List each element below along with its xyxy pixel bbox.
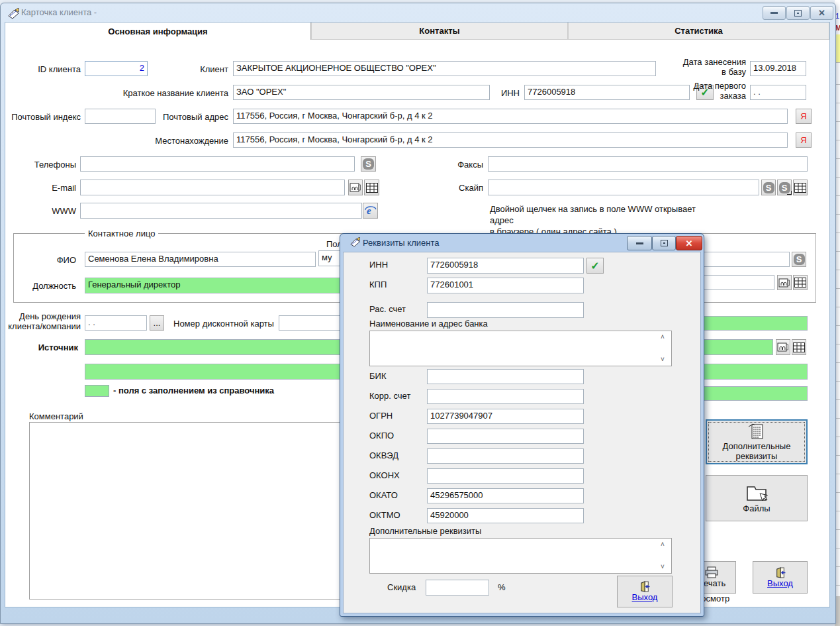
skype-list-button[interactable] — [793, 180, 808, 195]
postal-address-label: Почтовый адрес — [132, 112, 228, 122]
dlg-kpp-label: КПП — [369, 280, 387, 289]
inn-field[interactable]: 7726005918 — [524, 85, 690, 100]
phonebook-icon — [778, 277, 790, 289]
discount-card-label: Номер дисконтной карты — [173, 319, 274, 329]
comment-label: Комментарий — [29, 411, 83, 421]
dlg-okato-field[interactable]: 45296575000 — [427, 488, 584, 503]
dialog-exit-button[interactable]: Выход — [617, 576, 673, 607]
dlg-discount-label: Скидка — [387, 582, 416, 592]
dlg-discount-suffix: % — [498, 582, 506, 592]
dlg-corr-field[interactable] — [427, 389, 584, 404]
skype-field[interactable] — [488, 180, 759, 195]
dlg-oktmo-field[interactable]: 45920000 — [427, 508, 584, 523]
www-browser-button[interactable]: e — [363, 203, 378, 219]
dialog-close-button[interactable]: ✕ — [676, 236, 702, 250]
contact-phonebook-button[interactable] — [777, 275, 792, 290]
fio-field[interactable]: Семенова Елена Владимировна — [85, 252, 316, 267]
skype-icon: S — [794, 254, 805, 265]
client-name-field[interactable]: ЗАКРЫТОЕ АКЦИОНЕРНОЕ ОБЩЕСТВО "ОРЕХ" — [233, 61, 656, 76]
dlg-kpp-field[interactable]: 772601001 — [427, 278, 584, 293]
tab-contacts[interactable]: Контакты — [311, 23, 568, 40]
dialog-minimize-button[interactable] — [627, 236, 652, 250]
scroll-up-icon[interactable]: ˄ — [661, 541, 838, 548]
scroll-up-icon[interactable]: ˄ — [661, 334, 838, 340]
table-icon — [794, 183, 806, 193]
source-list-button[interactable] — [792, 339, 806, 355]
faxes-field[interactable] — [488, 156, 808, 172]
first-order-label: Дата первого заказа — [675, 81, 746, 101]
files-button[interactable]: Файлы — [706, 475, 808, 521]
position-label: Должность — [13, 281, 76, 291]
first-order-field[interactable]: . . — [750, 85, 806, 100]
tab-main-info-label: Основная информация — [108, 26, 207, 36]
email-list-button[interactable] — [364, 180, 379, 195]
dlg-bik-field[interactable] — [427, 369, 584, 384]
close-icon: ✕ — [686, 238, 693, 248]
check-icon: ✓ — [590, 260, 599, 272]
dlg-okved-field[interactable] — [427, 448, 584, 464]
dlg-ogrn-label: ОГРН — [369, 411, 393, 421]
www-field[interactable] — [80, 203, 362, 219]
minimize-button[interactable] — [763, 6, 786, 20]
email-field[interactable] — [80, 180, 345, 195]
dialog-maximize-button[interactable] — [652, 236, 676, 250]
skype-icon: S — [763, 182, 774, 193]
contact-skype-button[interactable]: S — [792, 252, 806, 267]
short-name-label: Краткое название клиента — [79, 88, 228, 98]
dlg-okpo-field[interactable] — [427, 429, 584, 444]
dlg-inn-label: ИНН — [369, 260, 388, 270]
birthday-field[interactable]: . . — [85, 315, 147, 331]
dialog-icon — [350, 237, 361, 248]
postal-index-label: Почтовый индекс — [0, 112, 81, 122]
skype-call-button[interactable]: S — [761, 180, 776, 195]
dlg-additional-textarea[interactable] — [369, 538, 672, 574]
files-label: Файлы — [743, 503, 770, 513]
phones-label: Телефоны — [0, 160, 76, 170]
skype-chat-button[interactable]: S — [777, 180, 792, 195]
dlg-okpo-label: ОКПО — [369, 431, 394, 441]
birthday-picker-button[interactable]: ... — [150, 315, 164, 331]
contact-list-button[interactable] — [793, 275, 808, 290]
location-field[interactable]: 117556, Россия, г Москва, Чонгарский б-р… — [233, 132, 788, 148]
short-name-field[interactable]: ЗАО "ОРЕХ" — [233, 85, 490, 100]
dlg-okonh-label: ОКОНХ — [369, 470, 400, 480]
date-added-field[interactable]: 13.09.2018 — [750, 61, 806, 76]
dlg-inn-field[interactable]: 7726005918 — [427, 258, 584, 274]
www-label: WWW — [0, 206, 76, 216]
dlg-okonh-field[interactable] — [427, 468, 584, 484]
date-added-label: Дата занесения в базу — [675, 57, 746, 77]
exit-label-main: Выход — [767, 578, 793, 588]
dlg-additional-label: Дополнительные реквизиты — [369, 526, 481, 536]
faxes-label: Факсы — [397, 160, 483, 170]
phones-skype-button[interactable]: S — [361, 156, 376, 172]
tab-main-info[interactable]: Основная информация — [5, 23, 311, 40]
dlg-account-field[interactable] — [427, 302, 584, 318]
phones-field[interactable] — [80, 156, 355, 172]
maximize-icon — [661, 240, 668, 246]
email-phonebook-button[interactable] — [348, 180, 363, 195]
tab-statistics[interactable]: Статистика — [568, 23, 829, 40]
strip-fragment-2: М — [835, 24, 840, 32]
additional-requisites-button[interactable]: Дополнительные реквизиты — [706, 419, 808, 464]
source-label: Источник — [0, 342, 78, 352]
dlg-inn-check-button[interactable]: ✓ — [586, 258, 604, 274]
location-yandex-button[interactable]: Я — [796, 132, 812, 148]
minimize-icon — [770, 12, 778, 14]
scroll-down-icon[interactable]: ˅ — [661, 564, 838, 570]
client-id-field[interactable]: 2 — [85, 61, 148, 76]
dlg-bank-textarea[interactable] — [369, 331, 672, 366]
postal-yandex-button[interactable]: Я — [796, 109, 812, 124]
scroll-down-icon[interactable]: ˅ — [661, 356, 838, 363]
inn-label: ИНН — [477, 88, 520, 98]
postal-address-field[interactable]: 117556, Россия, г Москва, Чонгарский б-р… — [233, 109, 788, 124]
dlg-ogrn-field[interactable]: 1027739047907 — [427, 409, 584, 424]
minimize-icon — [636, 242, 643, 244]
dlg-discount-field[interactable] — [426, 580, 489, 596]
maximize-button[interactable] — [786, 6, 810, 20]
client-name-label: Клиент — [165, 64, 228, 74]
legend-swatch — [85, 385, 109, 397]
skype-label: Скайп — [397, 183, 483, 193]
source-phonebook-button[interactable] — [776, 339, 790, 355]
ya-icon: Я — [800, 111, 806, 121]
close-button[interactable]: ✕ — [810, 6, 833, 20]
